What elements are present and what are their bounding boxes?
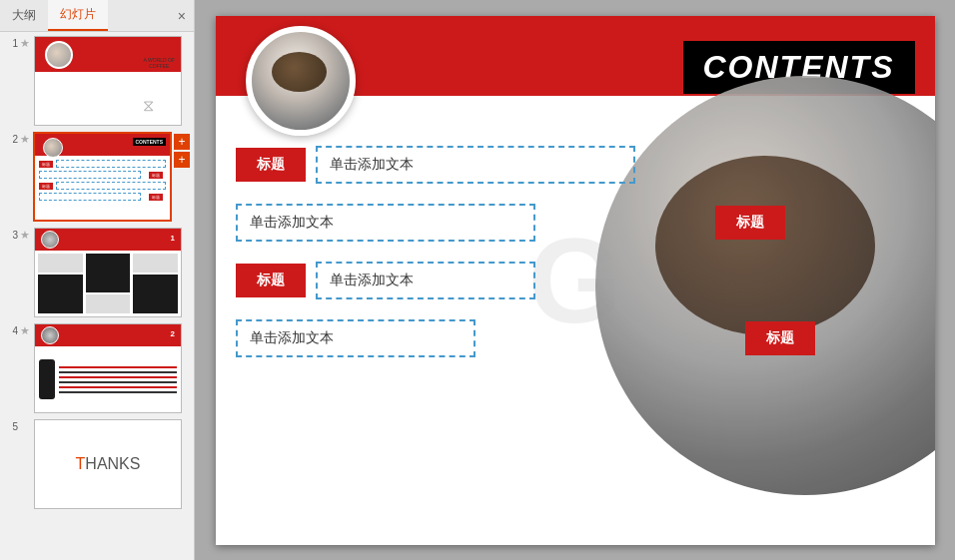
tag-4[interactable]: 标题 — [745, 321, 815, 355]
content-row-3: 标题 单击添加文本 — [236, 262, 915, 299]
thumb2-tag3: 标题 — [39, 183, 53, 190]
tag-3[interactable]: 标题 — [236, 264, 306, 297]
main-area: CONTENTS G 标题 单击添加文本 单击添加文本 标题 标题 单击添加文本 — [195, 0, 955, 560]
close-icon[interactable]: × — [170, 0, 194, 31]
add-slide-below-button[interactable]: + — [174, 152, 190, 168]
tag-2[interactable]: 标题 — [715, 206, 785, 240]
text-placeholder-2[interactable]: 单击添加文本 — [236, 204, 535, 242]
slide-item-5[interactable]: 5 THANKS — [4, 419, 190, 509]
slide-thumb-3[interactable]: 1 — [34, 228, 182, 317]
slide-star-2: ★ — [20, 132, 31, 146]
slide-number-5: 5 — [4, 419, 18, 432]
thumb2-tag4: 标题 — [149, 194, 163, 201]
add-slide-above-button[interactable]: + — [174, 134, 190, 150]
slide-thumb-5[interactable]: THANKS — [34, 419, 182, 509]
tab-outline[interactable]: 大纲 — [0, 0, 48, 31]
thumb2-tag2: 标题 — [149, 172, 163, 179]
slide-number-4: 4 — [4, 323, 18, 336]
slide-star-3: ★ — [20, 228, 32, 242]
coffee-cup-image — [246, 26, 356, 136]
slide-number-3: 3 — [4, 228, 18, 241]
slide-star-4: ★ — [20, 323, 32, 337]
text-placeholder-3[interactable]: 单击添加文本 — [316, 262, 535, 299]
content-row-1: 标题 单击添加文本 — [236, 146, 915, 184]
slide-thumb-2[interactable]: CONTENTS 标题 标题 标题 — [33, 132, 172, 222]
slide-item-3[interactable]: 3 ★ 1 — [4, 228, 190, 317]
slide-item-4[interactable]: 4 ★ 2 — [4, 323, 190, 413]
text-placeholder-4[interactable]: 单击添加文本 — [236, 319, 476, 357]
text-placeholder-1[interactable]: 单击添加文本 — [316, 146, 635, 184]
slide-item-2[interactable]: 2 ★ CONTENTS 标题 标题 — [4, 132, 190, 222]
thumb2-contents-label: CONTENTS — [133, 138, 167, 146]
slide-star-5 — [20, 419, 32, 420]
slide-item-1[interactable]: 1 ★ A WORLD OFCOFFEE ⧖ — [4, 36, 190, 126]
slide-number-2: 2 — [4, 132, 18, 145]
tab-slides[interactable]: 幻灯片 — [48, 0, 108, 31]
content-row-4: 单击添加文本 标题 — [236, 319, 915, 357]
content-area: 标题 单击添加文本 单击添加文本 标题 标题 单击添加文本 单击添加文本 标题 — [236, 146, 915, 377]
slides-panel: 1 ★ A WORLD OFCOFFEE ⧖ 2 ★ CO — [0, 32, 194, 560]
slide-add-buttons: + + — [174, 132, 190, 168]
slide-star-1: ★ — [20, 36, 32, 50]
slide-number-1: 1 — [4, 36, 18, 49]
sidebar-tabs: 大纲 幻灯片 × — [0, 0, 194, 32]
sidebar: 大纲 幻灯片 × 1 ★ A WORLD OFCOFFEE ⧖ 2 ★ — [0, 0, 195, 560]
thumb1-pattern: ⧖ — [143, 97, 173, 117]
slide-canvas[interactable]: CONTENTS G 标题 单击添加文本 单击添加文本 标题 标题 单击添加文本 — [216, 16, 935, 545]
tag-1[interactable]: 标题 — [236, 148, 306, 182]
thumb2-tag1: 标题 — [39, 161, 53, 168]
slide-thumb-4[interactable]: 2 — [34, 323, 182, 413]
thumb5-thanks: THANKS — [76, 455, 141, 473]
slide-thumb-1[interactable]: A WORLD OFCOFFEE ⧖ — [34, 36, 182, 126]
content-row-2: 单击添加文本 标题 — [236, 204, 915, 242]
